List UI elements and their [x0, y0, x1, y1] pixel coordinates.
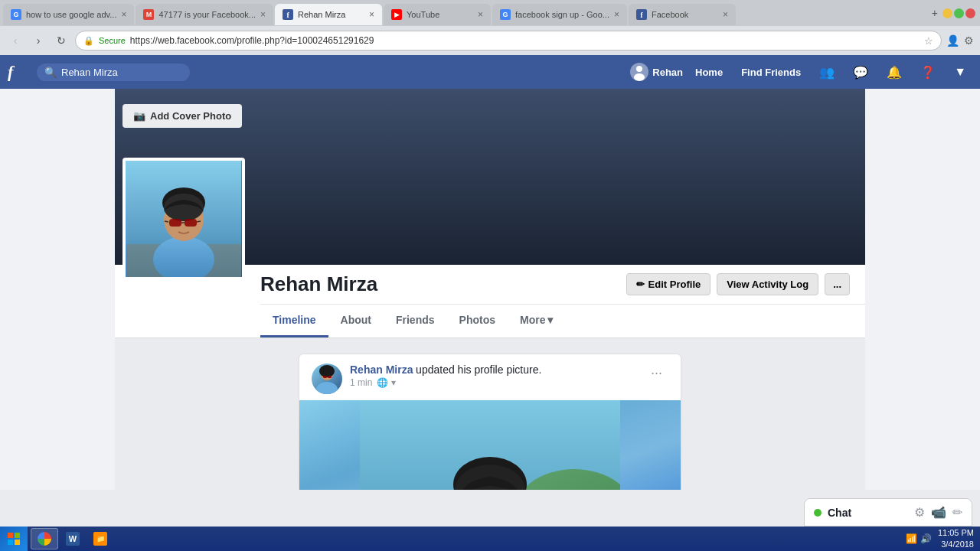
profile-actions: ✏ Edit Profile View Activity Log ... — [626, 273, 850, 295]
browser-tab-5[interactable]: G facebook sign up - Goo... × — [492, 4, 627, 25]
files-taskbar-icon: 📁 — [93, 532, 107, 546]
tab-friends[interactable]: Friends — [384, 305, 447, 337]
tab-bar: G how to use google adv... × M 47177 is … — [0, 0, 980, 26]
svg-rect-18 — [328, 376, 332, 378]
post-time-row: 1 min 🌐 ▾ — [350, 377, 637, 388]
taskbar-network-icon: 📶 — [906, 533, 917, 544]
fb-search-input[interactable] — [61, 67, 176, 78]
address-box[interactable]: 🔒 Secure https://web.facebook.com/profil… — [75, 31, 942, 51]
window-controls: + — [924, 5, 980, 21]
post-meta: Rehan Mirza updated his profile picture.… — [350, 364, 637, 388]
camera-icon: 📷 — [133, 110, 145, 122]
svg-rect-10 — [185, 219, 197, 227]
fb-nav-notifications-icon[interactable]: 🔔 — [880, 62, 908, 83]
more-options-btn[interactable]: ... — [825, 273, 850, 295]
pencil-icon: ✏ — [636, 279, 645, 290]
back-btn[interactable]: ‹ — [6, 31, 24, 50]
profile-photo-img — [126, 161, 242, 277]
tab-close-4[interactable]: × — [478, 9, 483, 20]
taskbar-date: 3/4/2018 — [938, 539, 974, 550]
add-cover-photo-btn[interactable]: 📷 Add Cover Photo — [122, 104, 242, 128]
address-bar-row: ‹ › ↻ 🔒 Secure https://web.facebook.com/… — [0, 26, 980, 55]
svg-rect-33 — [8, 533, 13, 538]
browser-tab-1[interactable]: G how to use google adv... × — [3, 4, 134, 25]
tab-timeline[interactable]: Timeline — [260, 305, 328, 337]
fb-nav-messages-icon[interactable]: 💬 — [847, 62, 874, 83]
fb-nav-friends-icon[interactable]: 👥 — [813, 62, 841, 83]
close-btn[interactable] — [965, 8, 975, 18]
taskbar-files[interactable]: 📁 — [87, 528, 113, 549]
browser-tab-2[interactable]: M 47177 is your Facebook... × — [136, 4, 273, 25]
svg-line-12 — [165, 221, 168, 222]
tab-about[interactable]: About — [328, 305, 384, 337]
chat-videocall-icon[interactable]: 📹 — [931, 505, 946, 520]
new-tab-btn[interactable]: + — [929, 5, 941, 21]
edit-profile-btn[interactable]: ✏ Edit Profile — [626, 273, 711, 295]
user-icon-btn[interactable]: 👤 — [946, 34, 959, 47]
svg-rect-9 — [169, 219, 181, 227]
secure-icon: 🔒 — [83, 36, 94, 46]
taskbar-time: 11:05 PM — [938, 527, 974, 539]
fb-search-box[interactable]: 🔍 — [37, 64, 190, 81]
tab-photos[interactable]: Photos — [447, 305, 508, 337]
tab-more[interactable]: More ▾ — [508, 305, 565, 337]
svg-point-0 — [636, 66, 642, 72]
post-action-text: updated his profile picture. — [416, 364, 541, 376]
fb-nav-help-icon[interactable]: ❓ — [914, 62, 942, 83]
edit-profile-label: Edit Profile — [648, 279, 701, 290]
browser-tab-4[interactable]: ▶ YouTube × — [384, 4, 491, 25]
fb-nav-dropdown-icon[interactable]: ▼ — [948, 62, 972, 82]
maximize-btn[interactable] — [954, 8, 964, 18]
reload-btn[interactable]: ↻ — [52, 31, 70, 50]
post-author-name[interactable]: Rehan Mirza — [350, 364, 413, 376]
taskbar-chrome[interactable] — [31, 528, 58, 549]
post-header: Rehan Mirza updated his profile picture.… — [299, 354, 681, 400]
view-activity-log-btn[interactable]: View Activity Log — [717, 273, 818, 295]
fb-search-icon: 🔍 — [44, 67, 57, 78]
fb-logo: f — [8, 62, 29, 82]
forward-btn[interactable]: › — [29, 31, 47, 50]
minimize-btn[interactable] — [942, 8, 952, 18]
post-options-btn[interactable]: ··· — [645, 364, 668, 383]
browser-tab-3[interactable]: f Rehan Mirza × — [275, 4, 382, 25]
more-tab-label: More — [520, 314, 545, 326]
fb-nav-avatar — [630, 63, 648, 81]
browser-tab-6[interactable]: f Facebook × — [629, 4, 736, 25]
word-taskbar-icon: W — [66, 532, 80, 546]
profile-name-row: Rehan Mirza ✏ Edit Profile View Activity… — [260, 272, 865, 296]
tab-close-6[interactable]: × — [723, 9, 728, 20]
tab-close-3[interactable]: × — [369, 9, 374, 20]
address-text: https://web.facebook.com/profile.php?id=… — [130, 35, 920, 46]
chat-label[interactable]: Chat — [828, 507, 908, 519]
chat-settings-icon[interactable]: ⚙ — [914, 505, 925, 520]
fb-nav-user[interactable]: Rehan — [630, 63, 683, 81]
fb-nav-home[interactable]: Home — [689, 64, 729, 81]
tab-label-4: YouTube — [407, 10, 473, 19]
tab-close-1[interactable]: × — [121, 9, 126, 20]
tab-favicon-5: G — [500, 9, 511, 20]
svg-rect-17 — [323, 376, 327, 378]
post-avatar — [312, 364, 342, 394]
tab-close-2[interactable]: × — [260, 9, 266, 20]
post-privacy-icon: 🌐 ▾ — [377, 377, 395, 388]
taskbar-word[interactable]: W — [60, 528, 86, 549]
fb-nav-right: Rehan Home Find Friends 👥 💬 🔔 ❓ ▼ — [630, 62, 972, 83]
bookmark-icon[interactable]: ☆ — [924, 35, 933, 47]
profile-photo[interactable] — [122, 158, 245, 280]
profile-tabs: Timeline About Friends Photos More ▾ — [260, 304, 865, 337]
fb-nav-find-friends[interactable]: Find Friends — [735, 64, 807, 81]
tab-close-5[interactable]: × — [614, 9, 619, 20]
address-bar-right: 👤 ⚙ — [946, 34, 974, 47]
chat-bar: Chat ⚙ 📹 ✏ — [804, 498, 972, 527]
extensions-icon-btn[interactable]: ⚙ — [964, 34, 974, 47]
cover-photo-area: 📷 Add Cover Photo — [115, 89, 865, 265]
post-card: Rehan Mirza updated his profile picture.… — [299, 354, 681, 490]
svg-point-8 — [164, 194, 204, 221]
start-button[interactable] — [0, 527, 28, 551]
post-time[interactable]: 1 min — [350, 377, 372, 388]
add-cover-label: Add Cover Photo — [150, 110, 231, 122]
chat-newmessage-icon[interactable]: ✏ — [952, 505, 962, 520]
tab-favicon-6: f — [636, 9, 647, 20]
taskbar-sys-icons: 📶 🔊 — [906, 533, 932, 544]
profile-post-large-img — [299, 400, 681, 490]
